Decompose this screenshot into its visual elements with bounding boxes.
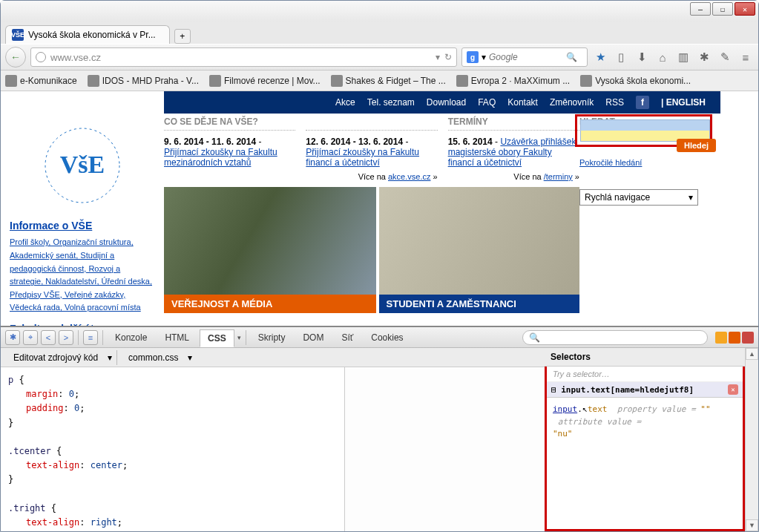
- more-events-link[interactable]: akce.vse.cz: [388, 172, 430, 181]
- browser-search-input[interactable]: [489, 52, 563, 62]
- topnav-link[interactable]: Download: [427, 97, 466, 108]
- topnav-link[interactable]: FAQ: [478, 97, 496, 108]
- devtools-tab-scripts[interactable]: Skripty: [251, 329, 293, 346]
- menu-icon[interactable]: ≡: [737, 49, 754, 65]
- devtools-tab-html[interactable]: HTML: [157, 329, 197, 346]
- collapse-icon[interactable]: ⊟: [551, 385, 556, 395]
- advanced-search-link[interactable]: Pokročilé hledání: [579, 158, 720, 167]
- topnav-link[interactable]: RSS: [605, 97, 624, 108]
- devtools-next-button[interactable]: >: [59, 330, 73, 345]
- more-terms-link[interactable]: /terminy: [544, 172, 573, 181]
- bookmark-item[interactable]: Filmové recenze | Mov...: [209, 75, 321, 87]
- english-link[interactable]: | ENGLISH: [661, 97, 706, 108]
- facebook-icon[interactable]: f: [636, 96, 649, 109]
- url-bar[interactable]: www.vse.cz ▾ ↻: [30, 47, 457, 67]
- edit-icon[interactable]: ✎: [717, 49, 733, 65]
- search-go-icon[interactable]: 🔍: [566, 52, 577, 62]
- home-icon[interactable]: ⌂: [654, 49, 671, 65]
- downloads-icon[interactable]: ⬇: [634, 49, 650, 65]
- left-heading-info[interactable]: Informace o VŠE: [10, 217, 155, 234]
- selectors-tab[interactable]: Selectors: [545, 348, 745, 367]
- devtools-popout-button[interactable]: [729, 332, 740, 344]
- scroll-down-icon[interactable]: ▼: [746, 519, 758, 531]
- banner-label: STUDENTI A ZAMĚSTNANCI: [379, 295, 579, 313]
- reload-icon[interactable]: ↻: [444, 52, 452, 62]
- devtools-tab-css[interactable]: CSS: [200, 329, 234, 347]
- chevron-down-icon[interactable]: ▾: [108, 352, 112, 363]
- devtools-minimize-button[interactable]: [715, 332, 727, 344]
- edit-source-button[interactable]: Editovat zdrojový kód: [7, 349, 105, 366]
- scroll-up-icon[interactable]: ▲: [746, 348, 758, 360]
- banner-public-media[interactable]: VEŘEJNOST A MÉDIA: [164, 187, 376, 313]
- bookmark-item[interactable]: IDOS - MHD Praha - V...: [88, 75, 199, 87]
- chevron-down-icon[interactable]: ▾: [237, 334, 241, 341]
- browser-search-box[interactable]: g ▾ 🔍: [461, 47, 588, 67]
- term-date: 15. 6. 2014: [448, 137, 493, 147]
- event-link[interactable]: Přijímací zkoušky na Fakultu mezinárodní…: [164, 147, 277, 168]
- selector-try-input[interactable]: Try a selector…: [547, 367, 743, 382]
- bookmark-item[interactable]: Vysoká škola ekonomi...: [580, 75, 691, 87]
- inspect-element-icon[interactable]: ⌖: [23, 330, 38, 345]
- bookmark-label: Shakes & Fidget – The ...: [346, 76, 446, 86]
- column-heading-spacer: [306, 116, 437, 131]
- search-dropdown-icon[interactable]: ▾: [482, 52, 486, 62]
- browser-tab[interactable]: VŠE Vysoká škola ekonomická v Pr...: [5, 25, 170, 44]
- google-icon: g: [467, 51, 479, 63]
- page-content: Akce Tel. seznam Download FAQ Kontakt Zm…: [1, 91, 758, 326]
- devtools-mid-panel: [344, 367, 545, 531]
- left-links-info[interactable]: Profil školy, Organizační struktura, Aka…: [10, 237, 152, 312]
- bookmark-favicon-icon: [456, 75, 468, 87]
- bookmark-item[interactable]: e-Komunikace: [5, 75, 77, 87]
- selector-rule-row[interactable]: ⊟ input.text[name=hledejutf8] ✕: [547, 382, 743, 398]
- devtools-tab-console[interactable]: Konzole: [108, 329, 154, 346]
- column-heading-events: CO SE DĚJE NA VŠE?: [164, 116, 295, 131]
- css-source-pane[interactable]: p {margin: 0;padding: 0;}.tcenter {text-…: [1, 367, 344, 531]
- bookmark-label: e-Komunikace: [20, 76, 77, 86]
- bookmark-label: Vysoká škola ekonomi...: [595, 76, 691, 86]
- window-titlebar: — ☐ ✕: [1, 1, 758, 22]
- selectors-scrollbar[interactable]: ▲ ▼: [745, 348, 758, 531]
- bookmark-label: IDOS - MHD Praha - V...: [102, 76, 199, 86]
- chevron-down-icon[interactable]: ▾: [188, 352, 192, 363]
- back-button[interactable]: ←: [5, 47, 26, 68]
- top-nav-strip: Akce Tel. seznam Download FAQ Kontakt Zm…: [164, 91, 720, 114]
- search-submit-button[interactable]: Hledej: [677, 139, 716, 152]
- event-link[interactable]: Přijímací zkoušky na Fakultu financí a ú…: [306, 147, 419, 168]
- selector-remove-button[interactable]: ✕: [728, 384, 738, 395]
- banner-students-staff[interactable]: STUDENTI A ZAMĚSTNANCI: [379, 187, 579, 313]
- topnav-link[interactable]: Akce: [335, 97, 355, 108]
- firebug-toggle-icon[interactable]: ✱: [5, 330, 20, 345]
- devtools-search-input[interactable]: 🔍: [522, 330, 708, 345]
- bookmark-item[interactable]: Shakes & Fidget – The ...: [331, 75, 446, 87]
- quick-nav-select[interactable]: Rychlá navigace ▾: [579, 189, 698, 206]
- devtools-close-button[interactable]: [742, 332, 754, 344]
- tab-groups-icon[interactable]: ▥: [675, 49, 691, 65]
- selector-rule-text: input.text[name=hledejutf8]: [561, 385, 694, 395]
- css-file-selector[interactable]: common.css: [122, 349, 185, 366]
- selector-tag[interactable]: input: [553, 404, 577, 414]
- browser-tab-bar: VŠE Vysoká škola ekonomická v Pr... +: [1, 22, 758, 44]
- bookmark-item[interactable]: Evropa 2 · MaXXimum ...: [456, 75, 570, 87]
- column-heading-terms: TERMÍNY: [448, 116, 579, 131]
- favicon-icon: VŠE: [12, 29, 24, 41]
- new-tab-button[interactable]: +: [174, 29, 191, 44]
- devtools-tab-dom[interactable]: DOM: [295, 329, 331, 346]
- devtools-tab-cookies[interactable]: Cookies: [364, 329, 410, 346]
- topnav-link[interactable]: Tel. seznam: [367, 97, 415, 108]
- vse-logo[interactable]: VšE: [23, 121, 142, 210]
- url-dropdown-icon[interactable]: ▾: [436, 52, 440, 62]
- clipboard-icon[interactable]: ▯: [613, 49, 629, 65]
- left-heading-faculties[interactable]: Fakulty a další útvary: [10, 321, 155, 326]
- window-maximize-button[interactable]: ☐: [712, 2, 733, 16]
- devtools-panel: ✱ ⌖ < > ≡ Konzole HTML CSS ▾ Skripty DOM…: [1, 326, 758, 531]
- window-close-button[interactable]: ✕: [735, 2, 755, 16]
- devtools-prev-button[interactable]: <: [41, 330, 56, 345]
- devtools-tab-net[interactable]: Síť: [334, 329, 361, 346]
- topnav-link[interactable]: Kontakt: [507, 97, 538, 108]
- bookmark-star-icon[interactable]: ★: [592, 49, 608, 65]
- window-minimize-button[interactable]: —: [690, 2, 711, 16]
- chevron-down-icon: ▾: [689, 192, 693, 203]
- devtools-lines-icon[interactable]: ≡: [83, 330, 98, 345]
- firebug-icon[interactable]: ✱: [696, 49, 712, 65]
- topnav-link[interactable]: Změnovník: [550, 97, 594, 108]
